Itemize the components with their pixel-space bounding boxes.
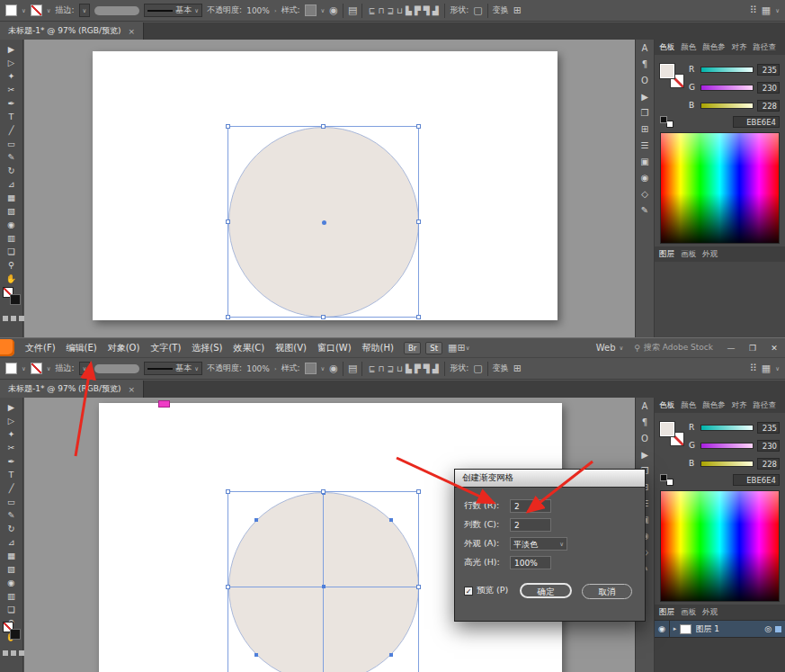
- fill-stroke-control[interactable]: [3, 622, 21, 640]
- green-slider[interactable]: [700, 443, 754, 449]
- selection-handle[interactable]: [416, 489, 421, 494]
- ok-button[interactable]: 确定: [520, 583, 572, 598]
- selection-handle[interactable]: [321, 315, 326, 319]
- panel-icon[interactable]: ☰: [641, 140, 649, 150]
- panel-tab[interactable]: 外观: [702, 249, 718, 260]
- blue-value[interactable]: 228: [757, 458, 780, 470]
- menu-item[interactable]: 文字(T): [145, 342, 186, 354]
- selection-handle[interactable]: [416, 220, 421, 224]
- stroke-color-swatch[interactable]: [31, 4, 42, 16]
- tool-icon[interactable]: ▧: [7, 562, 15, 576]
- selection-handle[interactable]: [416, 585, 421, 589]
- stock-button[interactable]: St: [425, 342, 442, 354]
- stock-search[interactable]: ⚲ 搜索 Adobe Stock: [634, 342, 713, 354]
- document-setup-icon[interactable]: ▤: [348, 363, 357, 374]
- tool-icon[interactable]: ▷: [8, 56, 14, 69]
- panel-icon[interactable]: ❐: [641, 108, 649, 118]
- opacity-chevron-icon[interactable]: ›: [274, 7, 277, 14]
- chevron-down-icon[interactable]: ∨: [47, 365, 51, 372]
- tool-icon[interactable]: ▧: [7, 204, 15, 218]
- close-icon[interactable]: ×: [129, 27, 136, 36]
- menu-item[interactable]: 编辑(E): [61, 342, 103, 354]
- chevron-down-icon[interactable]: ∨: [775, 7, 780, 14]
- style-swatch[interactable]: [305, 4, 317, 16]
- preview-checkbox[interactable]: ✓: [464, 587, 473, 596]
- align-icon[interactable]: ⊒: [387, 6, 394, 15]
- panel-icon[interactable]: O: [641, 434, 648, 444]
- layer-row[interactable]: ◉ ▸ 图层 1 ◎: [655, 621, 785, 638]
- width-profile-preview[interactable]: [94, 364, 139, 373]
- selection-handle[interactable]: [321, 489, 326, 494]
- selection-handle[interactable]: [416, 124, 421, 129]
- panel-icon[interactable]: ▶: [641, 450, 648, 460]
- align-icon[interactable]: ▜: [424, 364, 430, 373]
- workspace-switcher[interactable]: Web: [596, 343, 616, 353]
- align-icon[interactable]: ⊑: [369, 6, 376, 15]
- panel-tab[interactable]: 图层: [659, 607, 674, 618]
- panel-icon[interactable]: ▶: [641, 92, 648, 102]
- panel-tab[interactable]: 颜色参: [702, 400, 726, 411]
- stroke-weight-select[interactable]: ∨: [79, 362, 91, 375]
- document-tab[interactable]: 未标题-1* @ 97% (RGB/预览) ×: [0, 381, 144, 398]
- hex-value[interactable]: EBE6E4: [733, 116, 780, 128]
- align-icon[interactable]: ⊔: [397, 364, 403, 373]
- fill-color-swatch[interactable]: [5, 4, 17, 16]
- tool-icon[interactable]: ✦: [8, 427, 15, 441]
- brush-definition-select[interactable]: 基本 ∨: [144, 4, 202, 17]
- chevron-down-icon[interactable]: ∨: [775, 365, 780, 372]
- highlight-input[interactable]: 100%: [510, 556, 551, 569]
- green-value[interactable]: 230: [757, 440, 780, 452]
- brush-definition-select[interactable]: 基本 ∨: [144, 362, 202, 375]
- recolor-artwork-icon[interactable]: ◉: [329, 363, 338, 374]
- align-icon[interactable]: ⊓: [378, 364, 384, 373]
- rows-input[interactable]: 2: [510, 499, 551, 513]
- panel-icon[interactable]: A: [642, 43, 648, 53]
- fill-stroke-indicator[interactable]: [660, 64, 684, 88]
- document-tab[interactable]: 未标题-1* @ 97% (RGB/预览) ×: [0, 22, 144, 40]
- panel-tab[interactable]: 颜色: [681, 42, 696, 53]
- layer-thumbnail[interactable]: [680, 624, 691, 634]
- tool-icon[interactable]: ╱: [9, 123, 14, 137]
- close-button[interactable]: ✕: [763, 344, 785, 353]
- menu-item[interactable]: 对象(O): [103, 342, 146, 354]
- expand-chevron-icon[interactable]: ▸: [673, 625, 677, 632]
- align-icon[interactable]: ▟: [433, 6, 439, 15]
- panel-icon[interactable]: O: [641, 76, 648, 85]
- transform-label[interactable]: 变换: [493, 363, 509, 374]
- align-icon[interactable]: ▜: [424, 6, 430, 15]
- tool-icon[interactable]: ▭: [7, 495, 15, 508]
- menu-item[interactable]: 文件(F): [20, 342, 61, 354]
- tool-icon[interactable]: ⊿: [8, 535, 15, 549]
- align-icon[interactable]: ⊑: [369, 364, 376, 373]
- panel-icon[interactable]: ◉: [641, 173, 649, 183]
- tool-icon[interactable]: ❏: [7, 603, 15, 616]
- stroke-weight-select[interactable]: ∨: [79, 4, 91, 17]
- selection-handle[interactable]: [321, 124, 326, 129]
- tool-icon[interactable]: ▷: [8, 414, 14, 427]
- align-icon[interactable]: ⊔: [397, 6, 403, 15]
- selection-handle[interactable]: [226, 489, 230, 494]
- red-value[interactable]: 235: [757, 64, 780, 76]
- opacity-value[interactable]: 100%: [246, 6, 270, 15]
- tool-icon[interactable]: ✂: [8, 441, 15, 454]
- transform-icon[interactable]: ⊞: [513, 4, 522, 16]
- opacity-chevron-icon[interactable]: ›: [274, 365, 277, 372]
- tool-icon[interactable]: ✦: [8, 69, 15, 83]
- chevron-down-icon[interactable]: ∨: [47, 7, 51, 14]
- panel-icon[interactable]: A: [642, 401, 648, 411]
- panel-tab[interactable]: 对齐: [732, 400, 747, 411]
- shape-props-icon[interactable]: ▢: [473, 4, 482, 16]
- tool-icon[interactable]: ✋: [6, 272, 17, 285]
- selection-handle[interactable]: [416, 315, 421, 319]
- minimize-button[interactable]: —: [720, 344, 742, 353]
- draw-mode-buttons[interactable]: [3, 650, 24, 656]
- tool-icon[interactable]: ▶: [8, 42, 14, 56]
- default-colors-icon[interactable]: [660, 474, 673, 486]
- tool-icon[interactable]: ↻: [8, 522, 15, 535]
- default-colors-icon[interactable]: [660, 116, 673, 128]
- shape-props-icon[interactable]: ▢: [473, 363, 482, 374]
- tool-icon[interactable]: T: [9, 468, 14, 481]
- tool-icon[interactable]: ❏: [7, 245, 15, 258]
- draw-mode-buttons[interactable]: [3, 316, 24, 321]
- blue-slider[interactable]: [700, 461, 754, 467]
